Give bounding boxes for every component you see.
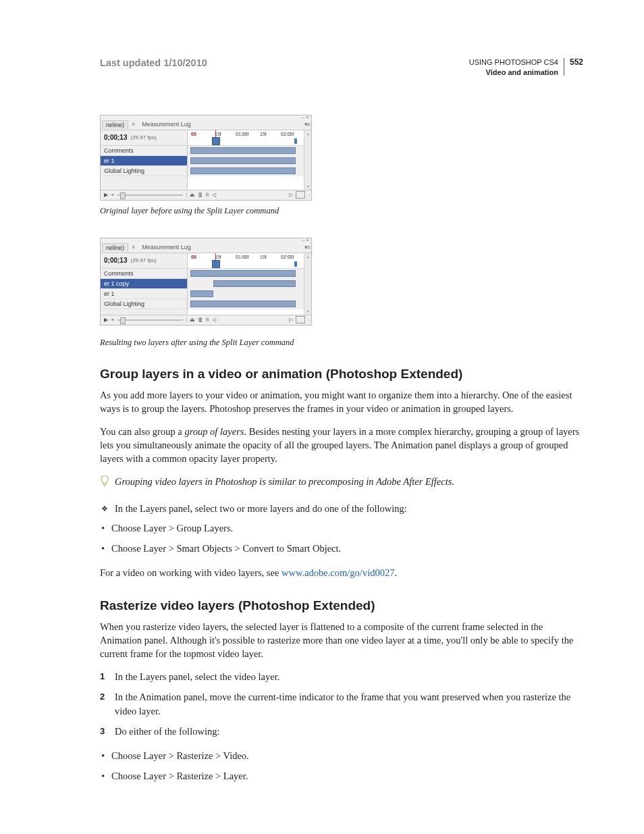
prev-frame-icon: ◁ (212, 317, 216, 323)
list-item: In the Layers panel, select two or more … (101, 502, 583, 517)
scroll-up-icon: ▴ (304, 130, 311, 137)
step-item: 3Do either of the following: (100, 725, 583, 739)
figure-1: – × neline) × Measurement Log ▾≡ 0;00;13… (100, 115, 583, 216)
footer-box-icon (296, 316, 305, 323)
playhead-icon (212, 137, 220, 145)
video-link[interactable]: www.adobe.com/go/vid0027 (281, 567, 394, 578)
panel-tab-timeline: neline) (102, 243, 128, 252)
scroll-down-icon: ▾ (304, 183, 311, 190)
zoom-slider (117, 319, 183, 321)
track-global-lighting: Global Lighting (101, 166, 187, 176)
timecode-display: 0;00;13 (104, 134, 127, 141)
track-er1: er 1 (101, 289, 187, 299)
next-frame-icon: ▷ (289, 317, 293, 323)
panel-track-list: 0;00;13 (29.97 fps) Comments er 1 copy e… (101, 253, 188, 315)
timeline-ruler: 00 15f 01:00f 15f 02:00f (188, 253, 304, 269)
scroll-up-icon: ▴ (304, 253, 311, 260)
trash-icon: 🗑 (198, 317, 203, 323)
track-er1: er 1 (101, 156, 187, 166)
footer-box-icon (296, 191, 305, 199)
doc-section: Video and animation (469, 68, 558, 78)
header-divider (564, 58, 564, 76)
diamond-list: In the Layers panel, select two or more … (100, 502, 583, 517)
numbered-steps: 1In the Layers panel, select the video l… (100, 670, 583, 739)
resize-grip-icon: .:: (308, 192, 308, 198)
body-paragraph: As you add more layers to your video or … (100, 388, 583, 415)
scroll-down-icon: ▾ (304, 308, 311, 315)
doc-title: USING PHOTOSHOP CS4 (469, 57, 558, 68)
bullet-list: Choose Layer > Rasterize > Video. Choose… (100, 749, 583, 784)
timeline-ruler: 00 15f 01:00f 15f 02:00f (188, 130, 304, 146)
header-right: USING PHOTOSHOP CS4 Video and animation … (469, 57, 583, 78)
footer-icon: ⏏ (190, 192, 195, 198)
page-number: 552 (570, 57, 583, 67)
list-item: Choose Layer > Rasterize > Video. (101, 749, 583, 764)
panel-menu-icon: ▾≡ (304, 121, 310, 128)
panel-tab-measurement-log: Measurement Log (138, 243, 194, 251)
list-item: Choose Layer > Group Layers. (101, 521, 583, 536)
panel-tab-measurement-log: Measurement Log (138, 120, 194, 128)
clip-er1-copy (213, 280, 296, 287)
track-comments: Comments (101, 269, 187, 279)
heading-group-layers: Group layers in a video or animation (Ph… (100, 367, 583, 382)
close-icon: × (130, 244, 137, 251)
heading-rasterize: Rasterize video layers (Photoshop Extend… (100, 598, 583, 613)
panel-track-list: 0;00;13 (29.97 fps) Comments er 1 Global… (101, 130, 188, 190)
body-paragraph: When you rasterize video layers, the sel… (100, 620, 583, 660)
track-comments: Comments (101, 146, 187, 156)
panel-tab-timeline: neline) (102, 120, 128, 129)
clip-comments (190, 270, 296, 277)
trash-icon: 🗑 (198, 192, 203, 198)
tip-callout: Grouping video layers in Photoshop is si… (100, 475, 583, 491)
list-item: Choose Layer > Rasterize > Layer. (101, 769, 583, 784)
page-header: Last updated 1/10/2010 USING PHOTOSHOP C… (100, 57, 583, 78)
close-icon: × (130, 121, 137, 128)
footer-icon-3: ⎘ (206, 192, 209, 198)
animation-panel-1: – × neline) × Measurement Log ▾≡ 0;00;13… (100, 115, 312, 201)
resize-grip-icon: .:: (308, 317, 308, 323)
body-paragraph: For a video on working with video layers… (100, 566, 583, 579)
playback-controls-icon: ▶ ⇢ (104, 192, 114, 198)
work-area-end-icon (294, 261, 297, 267)
figure-2: – × neline) × Measurement Log ▾≡ 0;00;13… (100, 238, 583, 348)
panel-menu-icon: ▾≡ (304, 244, 310, 251)
figure-2-caption: Resulting two layers after using the Spl… (100, 338, 583, 348)
panel-scrollbar: ▴ ▾ (304, 253, 311, 315)
prev-frame-icon: ◁ (212, 192, 216, 198)
clip-global (190, 167, 296, 174)
bullet-list: Choose Layer > Group Layers. Choose Laye… (100, 521, 583, 556)
next-frame-icon: ▷ (289, 192, 293, 198)
clip-global (190, 301, 296, 307)
body-paragraph: You can also group a group of layers. Be… (100, 425, 583, 465)
figure-1-caption: Original layer before using the Split La… (100, 206, 583, 216)
step-item: 1In the Layers panel, select the video l… (100, 670, 583, 685)
track-global-lighting: Global Lighting (101, 299, 187, 309)
panel-scrollbar: ▴ ▾ (304, 130, 311, 190)
footer-icon-3: ⎘ (206, 317, 209, 323)
step-item: 2In the Animation panel, move the curren… (100, 690, 583, 720)
timecode-display: 0;00;13 (104, 257, 127, 264)
clip-er1-split (190, 290, 213, 297)
zoom-slider (117, 194, 183, 196)
clip-comments (190, 147, 296, 154)
footer-icon: ⏏ (190, 317, 195, 323)
tip-text: Grouping video layers in Photoshop is si… (115, 475, 454, 488)
list-item: Choose Layer > Smart Objects > Convert t… (101, 542, 583, 556)
clip-er1 (190, 157, 296, 164)
fps-display: (29.97 fps) (130, 257, 156, 263)
last-updated-text: Last updated 1/10/2010 (100, 57, 207, 68)
animation-panel-2: – × neline) × Measurement Log ▾≡ 0;00;13… (100, 238, 312, 325)
fps-display: (29.97 fps) (130, 134, 156, 140)
work-area-end-icon (294, 138, 297, 144)
playhead-icon (212, 260, 220, 268)
playback-controls-icon: ▶ ⇢ (104, 317, 114, 323)
track-er1-copy: er 1 copy (101, 279, 187, 289)
tip-bulb-icon (100, 475, 109, 491)
